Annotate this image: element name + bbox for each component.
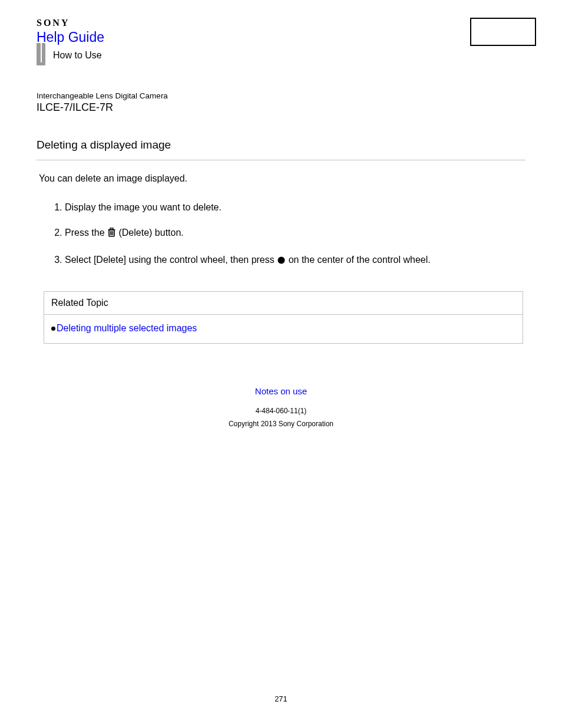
trash-icon bbox=[107, 228, 116, 241]
related-topic-heading: Related Topic bbox=[44, 292, 523, 315]
step-prefix: Select [Delete] using the control wheel,… bbox=[65, 255, 277, 265]
product-type: Interchangeable Lens Digital Camera bbox=[37, 91, 525, 100]
step-3: Select [Delete] using the control wheel,… bbox=[65, 254, 525, 268]
intro-text: You can delete an image displayed. bbox=[39, 173, 525, 184]
bullet-icon bbox=[51, 327, 55, 331]
copyright: Copyright 2013 Sony Corporation bbox=[37, 420, 525, 428]
step-suffix: on the center of the control wheel. bbox=[289, 255, 431, 265]
step-1: Display the image you want to delete. bbox=[65, 202, 525, 214]
related-topic-body: Deleting multiple selected images bbox=[44, 315, 523, 343]
svg-rect-5 bbox=[110, 228, 113, 230]
step-2: Press the (Delete) button. bbox=[65, 227, 525, 241]
svg-point-6 bbox=[278, 256, 285, 263]
page-number: 271 bbox=[0, 694, 562, 703]
step-text: Display the image you want to delete. bbox=[65, 202, 222, 212]
page-title: Deleting a displayed image bbox=[37, 139, 525, 151]
how-to-use-label: How to Use bbox=[53, 50, 102, 61]
brand-logo: SONY bbox=[37, 18, 525, 28]
step-prefix: Press the bbox=[65, 228, 107, 238]
page-container: SONY Help Guide How to Use Interchangeab… bbox=[0, 0, 562, 428]
top-right-box bbox=[470, 18, 536, 46]
title-divider bbox=[37, 160, 525, 160]
related-link[interactable]: Deleting multiple selected images bbox=[57, 323, 197, 334]
step-suffix: (Delete) button. bbox=[118, 228, 183, 238]
notes-on-use-link[interactable]: Notes on use bbox=[37, 386, 525, 396]
steps-list: Display the image you want to delete. Pr… bbox=[37, 202, 525, 268]
document-number: 4-484-060-11(1) bbox=[37, 407, 525, 415]
related-topic-box: Related Topic Deleting multiple selected… bbox=[44, 291, 523, 344]
how-to-use-row: How to Use bbox=[37, 45, 525, 69]
product-model: ILCE-7/ILCE-7R bbox=[37, 101, 525, 114]
list-item: Deleting multiple selected images bbox=[51, 323, 515, 334]
center-button-icon bbox=[277, 256, 286, 268]
